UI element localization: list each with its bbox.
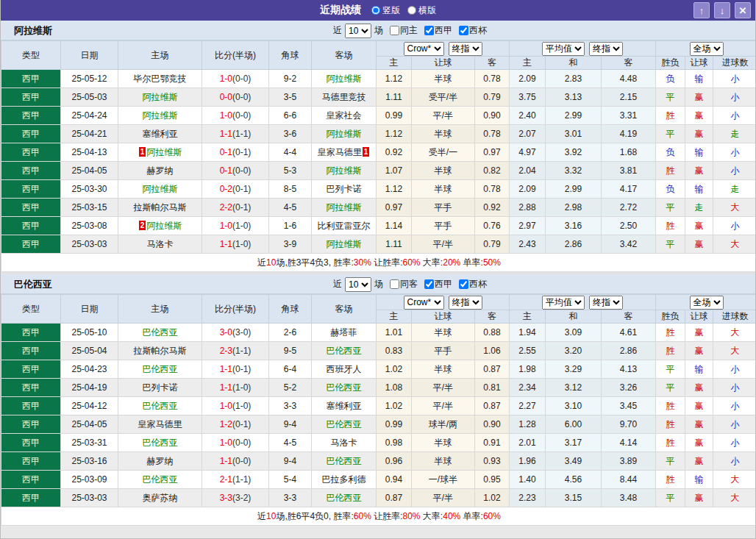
same-venue-label[interactable]: 同主 bbox=[400, 24, 418, 37]
team-name-heading: 巴伦西亚 bbox=[14, 274, 52, 294]
vertical-layout-label[interactable]: 竖版 bbox=[382, 4, 400, 17]
euro-draw-odds: 3.17 bbox=[546, 434, 602, 452]
fulltime-score: 3-0 bbox=[220, 327, 232, 338]
company-select[interactable]: Crow* bbox=[404, 42, 444, 56]
result-cell: 平 bbox=[656, 235, 685, 254]
league-cell: 西甲 bbox=[1, 88, 61, 107]
company-period-select[interactable]: 终指 bbox=[449, 42, 482, 56]
games-count-select[interactable]: 10 bbox=[345, 24, 371, 38]
euro-draw-odds: 3.12 bbox=[546, 379, 602, 397]
league-checkbox[interactable] bbox=[424, 26, 434, 35]
match-row: 西甲25-03-03奥萨苏纳3-3(3-2)3-3巴伦西亚0.87平/半1.02… bbox=[1, 489, 756, 507]
asia-away-odds: 0.78 bbox=[475, 70, 510, 88]
close-button[interactable]: ✕ bbox=[735, 2, 751, 18]
league-cell: 西甲 bbox=[1, 162, 61, 180]
company-select[interactable]: Crow* bbox=[404, 296, 444, 310]
cup-label[interactable]: 西杯 bbox=[469, 278, 487, 290]
col-header-corner: 角球 bbox=[269, 295, 312, 324]
average-period-select[interactable]: 终指 bbox=[589, 296, 623, 310]
home-team-cell: 阿拉维斯 bbox=[118, 107, 202, 125]
company-period-select[interactable]: 终指 bbox=[449, 296, 482, 310]
same-venue-label[interactable]: 同客 bbox=[400, 278, 418, 290]
asia-away-odds: 0.93 bbox=[475, 452, 510, 471]
home-team-cell: 巴伦西亚 bbox=[118, 434, 202, 452]
euro-home-odds: 2.55 bbox=[510, 342, 546, 360]
team-section-home: 阿拉维斯 近 10 场 同主 西甲 西杯 类型 bbox=[1, 21, 755, 272]
cup-label[interactable]: 西杯 bbox=[469, 24, 487, 37]
date-cell: 25-05-03 bbox=[61, 88, 118, 107]
euro-draw-odds: 2.98 bbox=[546, 199, 602, 217]
halftime-score: (1-0) bbox=[232, 221, 251, 231]
result-cell: 平 bbox=[656, 199, 685, 217]
average-select[interactable]: 平均值 bbox=[542, 296, 585, 310]
league-cell: 西甲 bbox=[1, 199, 61, 217]
date-cell: 25-03-09 bbox=[61, 471, 118, 489]
result-cell: 胜 bbox=[656, 217, 685, 235]
same-venue-checkbox[interactable] bbox=[390, 26, 399, 35]
match-row: 西甲25-05-10巴伦西亚3-0(3-0)2-6赫塔菲1.01半球0.881.… bbox=[1, 324, 756, 342]
euro-away-odds: 4.19 bbox=[602, 125, 656, 143]
move-down-button[interactable]: ↓ bbox=[714, 2, 730, 18]
team-name: 皇家马德里 bbox=[318, 147, 362, 157]
asia-away-odds: 0.79 bbox=[475, 235, 510, 254]
asia-home-odds: 1.12 bbox=[377, 180, 412, 199]
col-header-score: 比分(半场) bbox=[202, 41, 269, 70]
average-select[interactable]: 平均值 bbox=[542, 42, 585, 56]
near-label: 近 bbox=[333, 24, 342, 37]
team-name: 阿拉维斯 bbox=[327, 202, 362, 213]
goals-result-cell: 小 bbox=[713, 162, 756, 180]
goals-result-cell: 小 bbox=[713, 70, 756, 88]
league-checkbox[interactable] bbox=[424, 279, 434, 289]
asia-home-odds: 0.94 bbox=[377, 471, 412, 489]
goals-result-cell: 小 bbox=[713, 452, 756, 471]
euro-odds-select-group: 平均值终指 bbox=[510, 41, 656, 57]
score-cell: 1-1(0-0) bbox=[202, 452, 269, 471]
fulltime-score: 0-2 bbox=[220, 184, 232, 194]
games-count-select[interactable]: 10 bbox=[345, 277, 371, 292]
match-row: 西甲25-04-21塞维利亚1-1(1-1)3-6阿拉维斯1.12半球0.782… bbox=[1, 125, 756, 143]
score-cell: 0-1(0-1) bbox=[202, 143, 269, 162]
fulltime-score: 0-1 bbox=[220, 165, 232, 176]
team-name: 阿拉维斯 bbox=[327, 165, 362, 176]
scope-select[interactable]: 全场 bbox=[690, 296, 724, 310]
match-row: 西甲25-03-31巴伦西亚1-0(0-0)4-5马洛卡0.98半球0.912.… bbox=[1, 434, 756, 452]
euro-draw-odds: 2.83 bbox=[546, 70, 602, 88]
asia-home-odds: 1.11 bbox=[377, 235, 412, 254]
same-venue-checkbox[interactable] bbox=[390, 279, 399, 289]
scope-select-group: 全场 bbox=[656, 41, 756, 57]
cup-checkbox[interactable] bbox=[459, 26, 468, 35]
league-cell: 西甲 bbox=[1, 107, 61, 125]
match-row: 西甲25-03-03马洛卡1-1(1-0)3-9阿拉维斯1.11平/半0.792… bbox=[1, 235, 756, 254]
home-team-cell: 马洛卡 bbox=[118, 235, 202, 254]
scope-select[interactable]: 全场 bbox=[690, 42, 724, 56]
team-name: 拉斯帕尔马斯 bbox=[134, 202, 187, 213]
league-label[interactable]: 西甲 bbox=[435, 278, 452, 290]
asia-line: 半球 bbox=[412, 180, 475, 199]
league-label[interactable]: 西甲 bbox=[435, 24, 452, 37]
date-cell: 25-05-12 bbox=[61, 70, 118, 88]
euro-draw-odds: 3.32 bbox=[546, 162, 602, 180]
corner-cell: 4-5 bbox=[269, 434, 312, 452]
results-table: 类型 日期 主场 比分(半场) 角球 客场 Crow*终指 平均值终指 全场 bbox=[1, 40, 756, 272]
euro-away-odds: 4.48 bbox=[602, 70, 656, 88]
asia-away-odds: 0.78 bbox=[475, 125, 510, 143]
horizontal-layout-radio[interactable] bbox=[407, 6, 416, 15]
home-team-cell: 阿拉维斯 bbox=[118, 180, 202, 199]
asia-home-odds: 1.14 bbox=[377, 217, 412, 235]
panel-title: 近期战绩 bbox=[320, 4, 361, 17]
average-period-select[interactable]: 终指 bbox=[589, 42, 623, 56]
date-cell: 25-04-12 bbox=[61, 397, 118, 415]
match-row: 西甲25-04-19巴列卡诺1-1(1-0)5-2巴伦西亚1.08平/半0.81… bbox=[1, 379, 756, 397]
fulltime-score: 1-1 bbox=[220, 456, 232, 466]
asia-line: 平/半 bbox=[412, 379, 475, 397]
cup-checkbox[interactable] bbox=[459, 279, 468, 289]
fulltime-score: 1-0 bbox=[220, 221, 232, 231]
vertical-layout-radio[interactable] bbox=[371, 6, 380, 15]
col-header-home: 主场 bbox=[118, 295, 202, 324]
away-team-cell: 巴伦西亚 bbox=[312, 452, 377, 471]
move-up-button[interactable]: ↑ bbox=[693, 2, 710, 18]
score-cell: 1-0(0-0) bbox=[202, 70, 269, 88]
horizontal-layout-label[interactable]: 横版 bbox=[418, 4, 436, 17]
fulltime-score: 1-0 bbox=[220, 110, 232, 121]
goals-result-cell: 走 bbox=[713, 125, 756, 143]
